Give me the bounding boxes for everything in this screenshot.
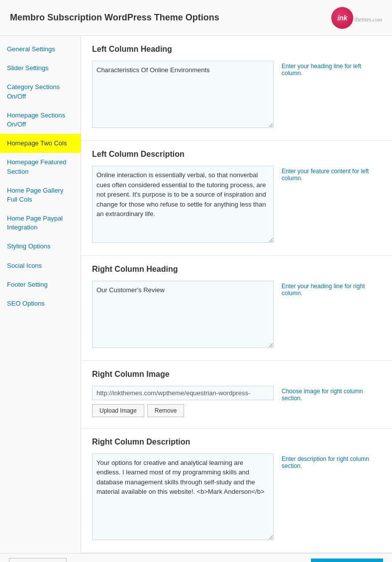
sidebar-item-8[interactable]: Styling Options: [0, 237, 81, 256]
page-title: Membro Subscription WordPress Theme Opti…: [10, 12, 219, 23]
section-left-column-heading: Left Column HeadingEnter your heading li…: [81, 36, 392, 141]
logo: ink themes.com: [331, 7, 382, 29]
section-title-left-column-description: Left Column Description: [92, 150, 381, 159]
sidebar-item-1[interactable]: Slider Settings: [0, 59, 81, 78]
logo-suffix: .com: [371, 16, 382, 22]
sidebar-item-4[interactable]: Homepage Two Cols: [0, 134, 81, 153]
field-hint-right-column-description: Enter description for right column secti…: [282, 453, 381, 469]
textarea-right-column-description[interactable]: [92, 453, 274, 540]
section-title-right-column-image: Right Column Image: [92, 370, 381, 379]
field-row-right-column-description: Enter description for right column secti…: [92, 453, 381, 542]
footer: Reset Options Save All Changes: [0, 553, 392, 562]
field-hint-left-column-description: Enter your feature content for left colu…: [282, 166, 381, 182]
textarea-left-column-heading[interactable]: [92, 61, 274, 128]
field-hint-right-column-image: Choose image for right column section.: [282, 386, 381, 402]
field-row-right-column-heading: Enter your heading line for right column…: [92, 281, 381, 349]
logo-circle: ink: [331, 7, 353, 29]
sidebar-item-10[interactable]: Footer Setting: [0, 275, 81, 294]
upload-image-button[interactable]: Upload Image: [92, 404, 144, 417]
section-right-column-description: Right Column DescriptionEnter descriptio…: [81, 429, 392, 553]
logo-themes: themes.com: [354, 11, 382, 24]
header: Membro Subscription WordPress Theme Opti…: [0, 0, 392, 36]
section-right-column-image: Right Column ImageUpload ImageRemoveChoo…: [81, 361, 392, 429]
input-area-right-column-heading: [92, 281, 274, 349]
main-content: Left Column HeadingEnter your heading li…: [81, 36, 392, 553]
section-right-column-heading: Right Column HeadingEnter your heading l…: [81, 256, 392, 361]
sidebar-item-6[interactable]: Home Page Gallery Full Cols: [0, 181, 81, 209]
field-hint-right-column-heading: Enter your heading line for right column…: [282, 281, 381, 297]
sidebar-item-11[interactable]: SEO Options: [0, 294, 81, 313]
logo-themes-text: themes: [354, 16, 371, 23]
sidebar: General SettingsSlider SettingsCategory …: [0, 36, 81, 553]
input-right-column-image[interactable]: [92, 386, 274, 400]
section-left-column-description: Left Column DescriptionEnter your featur…: [81, 141, 392, 256]
textarea-right-column-heading[interactable]: [92, 281, 274, 348]
sidebar-item-5[interactable]: Homepage Featured Section: [0, 153, 81, 181]
save-button[interactable]: Save All Changes: [311, 559, 383, 562]
input-area-left-column-description: [92, 166, 274, 244]
sidebar-item-0[interactable]: General Settings: [0, 40, 81, 59]
input-area-right-column-image: Upload ImageRemove: [92, 386, 274, 417]
sidebar-item-7[interactable]: Home Page Paypal Integration: [0, 209, 81, 237]
section-title-right-column-description: Right Column Description: [92, 438, 381, 447]
section-title-right-column-heading: Right Column Heading: [92, 265, 381, 274]
input-area-left-column-heading: [92, 61, 274, 129]
logo-ink: ink: [337, 14, 347, 22]
textarea-left-column-description[interactable]: [92, 166, 274, 243]
input-area-right-column-description: [92, 453, 274, 542]
field-row-right-column-image: Upload ImageRemoveChoose image for right…: [92, 386, 381, 417]
field-row-left-column-heading: Enter your heading line for left column.: [92, 61, 381, 129]
reset-button[interactable]: Reset Options: [9, 558, 67, 562]
remove-image-button[interactable]: Remove: [147, 404, 185, 417]
field-row-left-column-description: Enter your feature content for left colu…: [92, 166, 381, 244]
field-hint-left-column-heading: Enter your heading line for left column.: [282, 61, 381, 77]
section-title-left-column-heading: Left Column Heading: [92, 45, 381, 54]
sidebar-item-3[interactable]: Homepage Sections On/Off: [0, 106, 81, 134]
sidebar-item-9[interactable]: Social Icons: [0, 256, 81, 275]
main-layout: General SettingsSlider SettingsCategory …: [0, 36, 392, 553]
sidebar-item-2[interactable]: Category Sections On/Off: [0, 78, 81, 106]
